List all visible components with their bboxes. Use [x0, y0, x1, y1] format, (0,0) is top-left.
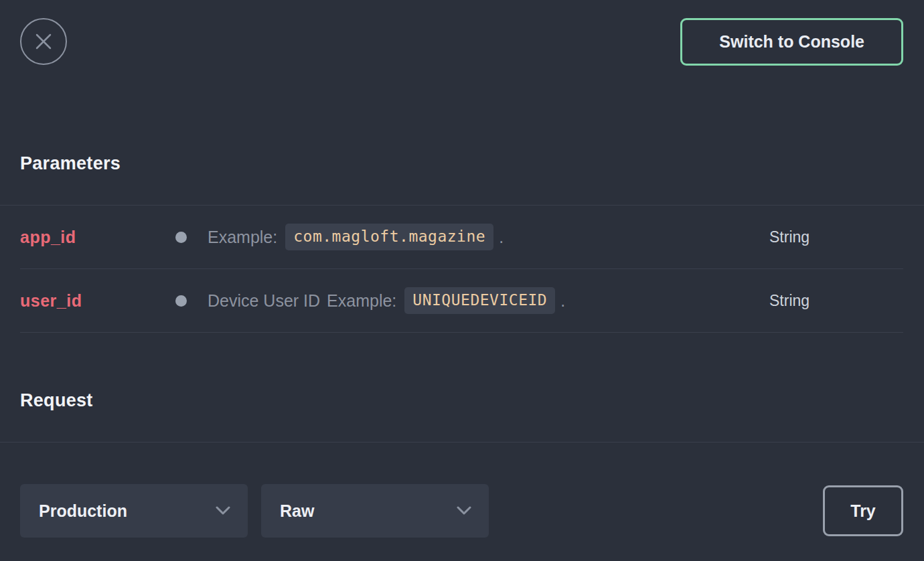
example-code-chip: UNIQUEDEVICEID	[404, 287, 555, 314]
parameters-title: Parameters	[20, 153, 903, 174]
chevron-down-icon	[216, 506, 230, 515]
format-dropdown[interactable]: Raw	[261, 484, 489, 538]
header: Switch to Console	[20, 0, 903, 65]
x-circle-icon	[32, 30, 55, 53]
required-dot-icon	[175, 295, 187, 307]
required-dot-icon	[175, 232, 187, 243]
section-divider	[0, 442, 924, 443]
example-label: Example:	[208, 228, 277, 247]
param-type: String	[769, 292, 903, 310]
close-button[interactable]	[20, 18, 67, 65]
param-description-text: Device User ID	[208, 291, 320, 311]
environment-dropdown[interactable]: Production	[20, 484, 248, 538]
request-title: Request	[20, 390, 903, 411]
description-suffix: .	[560, 291, 565, 311]
param-row-user-id: user_id Device User ID Example: UNIQUEDE…	[20, 269, 903, 333]
request-controls: Production Raw Try	[20, 484, 903, 538]
param-type: String	[769, 228, 903, 246]
param-description: Example: com.magloft.magazine .	[208, 224, 769, 250]
description-suffix: .	[499, 228, 504, 247]
try-button[interactable]: Try	[823, 485, 903, 536]
api-doc-panel: Switch to Console Parameters app_id Exam…	[0, 0, 924, 561]
example-code-chip: com.magloft.magazine	[285, 224, 493, 250]
param-row-app-id: app_id Example: com.magloft.magazine . S…	[20, 206, 903, 269]
param-description: Device User ID Example: UNIQUEDEVICEID .	[208, 287, 769, 314]
param-name: app_id	[20, 228, 175, 247]
switch-to-console-button[interactable]: Switch to Console	[680, 18, 903, 66]
format-dropdown-value: Raw	[280, 501, 314, 521]
example-label: Example:	[327, 291, 396, 311]
environment-dropdown-value: Production	[39, 501, 127, 521]
param-name: user_id	[20, 291, 175, 311]
chevron-down-icon	[457, 506, 471, 515]
